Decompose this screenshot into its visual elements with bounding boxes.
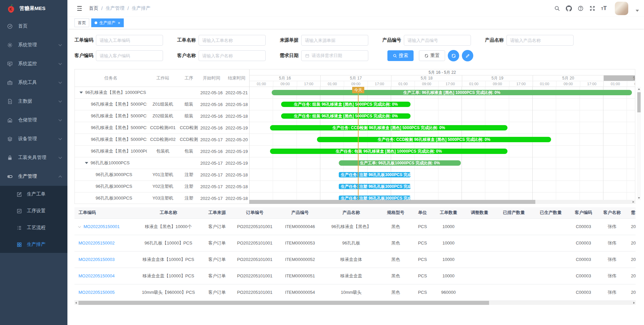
scroll-left-arrow-icon[interactable] bbox=[75, 302, 77, 304]
tree-expand-icon[interactable] bbox=[85, 162, 88, 164]
work-order-link[interactable]: MO202205150003 bbox=[78, 257, 115, 262]
breadcrumb-home[interactable]: 首页 bbox=[89, 5, 98, 11]
gantt-bar[interactable]: 生产任务: CCD检测 96孔移液盒 [黑色] 5000PCS 完成比例: 0% bbox=[317, 137, 551, 142]
avatar-caret-down-icon[interactable] bbox=[636, 10, 639, 12]
work-order-link[interactable]: MO202205150001 bbox=[84, 224, 120, 229]
gantt-bar[interactable]: 生产任务: 组装 96孔移液盒 [黑色] 5000PCS 完成比例: 0% bbox=[281, 102, 411, 107]
submenu-production-mgmt: 生产工单工序设置工艺流程生产排产 bbox=[0, 186, 67, 253]
scroll-up-arrow-icon[interactable] bbox=[638, 88, 640, 90]
task-cell: 2022-05-17 bbox=[199, 172, 224, 177]
demand-date-input[interactable]: 请选择需求日期 bbox=[301, 50, 368, 61]
timeline-hour-cell: 09:00 bbox=[627, 81, 635, 87]
app-window: 苦糖果MES 首页系统管理系统监控系统工具主数据仓储管理设备管理工装夹具管理生产… bbox=[0, 0, 644, 325]
task-name-cell: 96孔移液盒【黑色】10000PCS bbox=[75, 148, 147, 154]
sidebar-item-process-setting[interactable]: 工序设置 bbox=[0, 203, 67, 219]
task-cell: 包装机 bbox=[147, 148, 179, 154]
gantt-task-row: 96孔移液盒【黑色】5000PCSCCD检测#02CCD检测2022-05-17… bbox=[75, 134, 249, 146]
task-name-cell: 96孔移液盒【黑色】5000PCS bbox=[75, 125, 147, 131]
timeline-hour-cell: 17:00 bbox=[368, 81, 391, 87]
table-cell: 黑色 bbox=[380, 218, 412, 235]
sidebar-item-fixture-mgmt[interactable]: 工装夹具管理 bbox=[0, 148, 67, 167]
gantt-bar[interactable]: 生产工单: 96孔移液盒 [黑色] 10000PCS 完成比例: 0% bbox=[272, 90, 632, 95]
avatar[interactable] bbox=[615, 2, 628, 15]
timeline-hour-cell: 01:00 bbox=[320, 81, 344, 87]
scrollbar-thumb[interactable] bbox=[637, 92, 641, 112]
tab-home[interactable]: 首页 bbox=[74, 18, 89, 27]
product-name-input[interactable] bbox=[506, 35, 574, 46]
work-order-link[interactable]: MO202205150005 bbox=[78, 290, 115, 295]
font-size-icon[interactable]: TT bbox=[601, 5, 607, 12]
gantt-table-body: 96孔移液盒【黑色】10000PCS2022-05-162022-05-2196… bbox=[75, 87, 249, 200]
gantt-bar[interactable]: 生产任务: 注塑 96孔孔板3000PCS 完成比例: 0% bbox=[339, 172, 411, 177]
scrollbar-thumb[interactable] bbox=[249, 200, 535, 204]
sidebar-item-master-data[interactable]: 主数据 bbox=[0, 92, 67, 111]
tab-production-scheduling[interactable]: 生产排产 × bbox=[91, 18, 124, 27]
table-cell: C00003 bbox=[569, 251, 598, 268]
work-order-name-input[interactable] bbox=[199, 35, 266, 46]
breadcrumb-production-mgmt[interactable]: 生产管理 bbox=[106, 5, 124, 11]
refresh-gantt-button[interactable] bbox=[448, 50, 459, 61]
sidebar-item-production-mgmt[interactable]: 生产管理 bbox=[0, 167, 67, 186]
sidebar-item-warehouse-mgmt[interactable]: 仓储管理 bbox=[0, 111, 67, 129]
table-cell bbox=[495, 235, 532, 251]
customer-name-input[interactable] bbox=[199, 50, 266, 61]
filter-actions: 搜索 重置 bbox=[387, 50, 473, 61]
source-doc-input[interactable] bbox=[301, 35, 368, 46]
gantt-bar[interactable]: 生产任务: CCD检测 96孔移液盒 [黑色] 5000PCS 完成比例: 0% bbox=[270, 125, 507, 130]
filter-label-customer-code: 客户编码 bbox=[74, 53, 96, 59]
scroll-down-arrow-icon[interactable] bbox=[638, 197, 640, 199]
gantt-bar[interactable]: 生产任务: 注塑 96孔孔板3000PCS 完成比例: 0% bbox=[339, 196, 411, 200]
gantt-horizontal-scrollbar[interactable] bbox=[249, 200, 635, 204]
table-cell: 客户订单 bbox=[202, 218, 232, 235]
orders-col-header: 调整数量 bbox=[464, 207, 495, 218]
scroll-right-arrow-icon[interactable] bbox=[633, 302, 635, 304]
reset-button[interactable]: 重置 bbox=[419, 50, 445, 61]
sidebar-item-system-monitor[interactable]: 系统监控 bbox=[0, 54, 67, 73]
logo[interactable]: 苦糖果MES bbox=[0, 0, 67, 17]
sidebar-item-production-order[interactable]: 生产工单 bbox=[0, 186, 67, 203]
work-order-link[interactable]: MO202205150004 bbox=[78, 273, 115, 278]
sidebar-item-system-tools[interactable]: 系统工具 bbox=[0, 73, 67, 92]
gantt-vertical-scrollbar[interactable] bbox=[637, 87, 641, 200]
work-order-code-input[interactable] bbox=[96, 35, 163, 46]
edit-icon bbox=[16, 192, 22, 197]
tree-expand-icon[interactable] bbox=[79, 92, 83, 94]
tab-close-icon[interactable]: × bbox=[118, 21, 120, 25]
scroll-right-arrow-icon[interactable] bbox=[633, 201, 634, 203]
orders-col-header: 订单编号 bbox=[232, 207, 277, 218]
gantt-bar[interactable]: 生产工单: 96孔孔板10000PCS 完成比例: 0% bbox=[339, 160, 461, 166]
sidebar-item-system-mgmt[interactable]: 系统管理 bbox=[0, 36, 67, 54]
search-icon[interactable] bbox=[554, 5, 560, 12]
table-cell: 2022 bbox=[626, 268, 636, 284]
today-line bbox=[358, 87, 359, 200]
timeline-hour-cell: 09:00 bbox=[485, 81, 509, 87]
edit-schedule-button[interactable] bbox=[462, 50, 473, 61]
row-expand-icon[interactable] bbox=[78, 225, 81, 228]
search-button[interactable]: 搜索 bbox=[387, 50, 414, 61]
scrollbar-thumb[interactable] bbox=[78, 301, 489, 305]
gantt-task-row: 96孔移液盒【黑色】5000PCSZ01组装机组装2022-05-162022-… bbox=[75, 99, 249, 110]
gantt-bar[interactable]: 生产任务: 注塑 96孔孔板3000PCS 完成比例: 0% bbox=[339, 184, 411, 189]
sidebar-item-process-flow[interactable]: 工艺流程 bbox=[0, 219, 67, 236]
task-cell: 2022-05-17 bbox=[199, 196, 224, 201]
github-icon[interactable] bbox=[566, 5, 572, 12]
task-name-cell: 96孔移液盒【黑色】5000PCS bbox=[75, 113, 147, 119]
gantt-bar[interactable]: 生产任务: 包装 96孔移液盒 [黑色] 10000PCS 完成比例: 0% bbox=[270, 149, 507, 154]
task-cell: CCD检测#01 bbox=[147, 125, 179, 131]
orders-col-header: 已生产数量 bbox=[532, 207, 569, 218]
product-code-input[interactable] bbox=[404, 35, 471, 46]
sidebar-item-production-scheduling[interactable]: 生产排产 bbox=[0, 236, 67, 253]
sidebar-item-home[interactable]: 首页 bbox=[0, 17, 67, 36]
fullscreen-icon[interactable] bbox=[589, 5, 596, 12]
table-cell: 张伟 bbox=[598, 284, 626, 301]
sidebar-menu: 首页系统管理系统监控系统工具主数据仓储管理设备管理工装夹具管理生产管理生产工单工… bbox=[0, 17, 67, 253]
sidebar-fold-icon[interactable] bbox=[76, 5, 83, 12]
customer-code-input[interactable] bbox=[96, 50, 163, 61]
orders-horizontal-scrollbar[interactable] bbox=[74, 301, 636, 305]
table-cell: 张伟 bbox=[598, 218, 626, 235]
gantt-bar[interactable]: 生产任务: 组装 96孔移液盒 [黑色] 5000PCS 完成比例: 0% bbox=[281, 113, 411, 119]
table-cell: 黑色 bbox=[380, 268, 412, 284]
sidebar-item-equipment-mgmt[interactable]: 设备管理 bbox=[0, 129, 67, 148]
help-icon[interactable] bbox=[578, 5, 584, 12]
work-order-link[interactable]: MO202205150002 bbox=[78, 240, 115, 246]
